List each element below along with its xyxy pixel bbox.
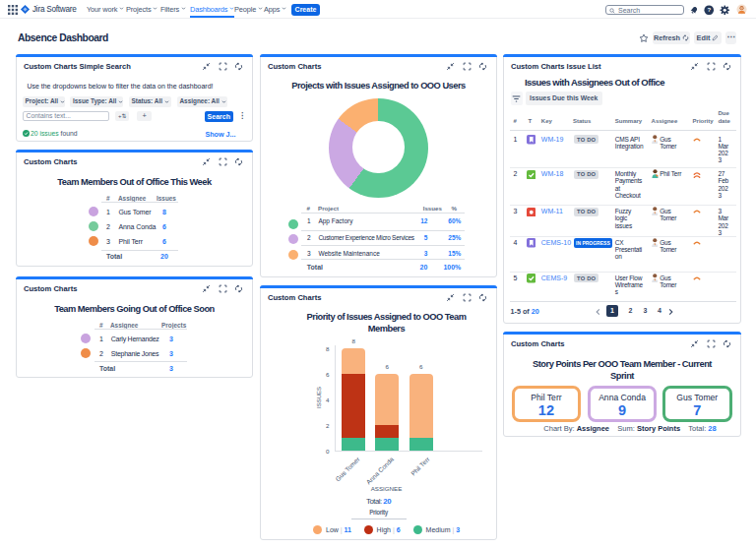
svg-text:?: ? <box>707 6 711 13</box>
